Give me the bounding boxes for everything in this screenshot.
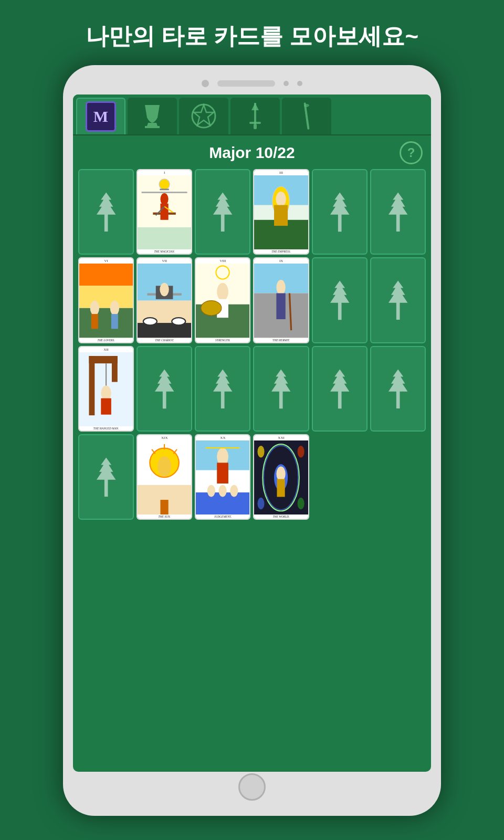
tab-major[interactable]: M xyxy=(76,98,125,134)
swords-icon xyxy=(247,102,263,130)
card-slot-11[interactable] xyxy=(370,257,426,343)
tab-wands[interactable] xyxy=(282,98,331,134)
card-slot-12[interactable]: XII THE HANGED MAN. xyxy=(78,346,134,432)
svg-rect-26 xyxy=(79,286,133,308)
pentacles-icon xyxy=(191,103,217,129)
card-slot-1[interactable]: I THE MAGICIAN. xyxy=(136,169,192,255)
home-button[interactable] xyxy=(238,773,266,801)
svg-point-28 xyxy=(90,301,99,316)
svg-rect-5 xyxy=(254,124,257,129)
svg-point-87 xyxy=(258,498,265,510)
svg-point-14 xyxy=(161,193,169,205)
svg-rect-15 xyxy=(161,204,169,220)
svg-point-44 xyxy=(217,283,229,301)
phone-frame: M xyxy=(63,65,441,816)
tab-cups[interactable] xyxy=(128,98,177,134)
svg-rect-23 xyxy=(275,205,288,226)
card-slot-10[interactable] xyxy=(312,257,368,343)
card-slot-6[interactable]: VI THE LOVERS. xyxy=(78,257,134,343)
card-slot-2[interactable] xyxy=(195,169,250,255)
section-header: Major 10/22 ? xyxy=(77,139,427,168)
phone-dot-1 xyxy=(284,81,289,86)
svg-point-10 xyxy=(159,179,170,190)
phone-screen: M xyxy=(73,94,431,772)
svg-rect-9 xyxy=(138,227,191,249)
major-icon: M xyxy=(86,101,116,132)
phone-bottom xyxy=(238,772,266,798)
svg-rect-59 xyxy=(101,398,111,414)
svg-rect-55 xyxy=(89,356,94,415)
svg-rect-27 xyxy=(79,308,133,338)
card-slot-15[interactable] xyxy=(253,346,309,432)
wands-icon xyxy=(302,101,311,131)
card-slot-21[interactable]: XXI THE WORLD. xyxy=(253,434,309,520)
svg-point-86 xyxy=(298,446,304,458)
svg-rect-57 xyxy=(112,356,118,382)
svg-point-85 xyxy=(258,446,265,458)
phone-dot-2 xyxy=(297,81,302,86)
card-slot-20[interactable]: XX JUDGEMENT. xyxy=(195,434,250,520)
page-container: 나만의 타로 카드를 모아보세요~ M xyxy=(0,0,504,840)
svg-rect-29 xyxy=(91,314,98,329)
card-slot-8[interactable]: VIII STRENGTH. xyxy=(195,257,250,343)
svg-point-77 xyxy=(219,485,227,497)
card-slot-16[interactable] xyxy=(312,346,368,432)
svg-marker-3 xyxy=(251,103,259,110)
svg-rect-13 xyxy=(142,192,187,193)
svg-point-50 xyxy=(277,280,286,295)
card-slot-3[interactable]: III THE EMPRESS. xyxy=(253,169,309,255)
svg-point-38 xyxy=(160,283,169,296)
svg-rect-84 xyxy=(277,479,285,497)
svg-point-76 xyxy=(207,485,215,497)
phone-camera xyxy=(202,80,209,87)
svg-point-78 xyxy=(230,485,238,497)
card-slot-7[interactable]: VII THE CHARIOT. xyxy=(136,257,192,343)
svg-rect-25 xyxy=(79,264,133,286)
card-slot-18[interactable] xyxy=(78,434,134,520)
svg-point-22 xyxy=(276,192,287,206)
help-button[interactable]: ? xyxy=(400,141,423,164)
tab-pentacles[interactable] xyxy=(179,98,228,134)
card-slot-14[interactable] xyxy=(195,346,250,432)
card-slot-17[interactable] xyxy=(370,346,426,432)
card-slot-4[interactable] xyxy=(312,169,368,255)
card-slot-19[interactable]: XIX THE SUN. xyxy=(136,434,192,520)
svg-marker-1 xyxy=(194,105,214,125)
tab-bar: M xyxy=(73,94,431,135)
page-title: 나만의 타로 카드를 모아보세요~ xyxy=(75,0,429,65)
phone-speaker xyxy=(217,80,275,87)
content-area: Major 10/22 ? I xyxy=(73,135,431,772)
svg-point-46 xyxy=(201,301,222,316)
section-title: Major 10/22 xyxy=(209,144,295,162)
svg-rect-69 xyxy=(161,500,169,514)
svg-point-0 xyxy=(192,104,215,128)
svg-point-88 xyxy=(298,498,304,510)
svg-rect-74 xyxy=(217,463,229,484)
card-slot-0[interactable] xyxy=(78,169,134,255)
phone-top-bar xyxy=(72,75,432,94)
card-slot-13[interactable] xyxy=(136,346,192,432)
card-slot-5[interactable] xyxy=(370,169,426,255)
svg-point-64 xyxy=(158,456,171,477)
svg-point-30 xyxy=(110,301,119,316)
card-slot-9[interactable]: IX THE HERMIT. xyxy=(253,257,309,343)
svg-rect-4 xyxy=(249,122,261,124)
svg-point-39 xyxy=(143,318,157,325)
card-grid: I THE MAGICIAN. III xyxy=(77,168,427,521)
svg-point-83 xyxy=(277,466,286,481)
cups-icon xyxy=(141,103,164,129)
svg-rect-11 xyxy=(160,188,169,190)
tab-swords[interactable] xyxy=(230,98,280,134)
svg-point-40 xyxy=(172,318,185,325)
svg-rect-35 xyxy=(138,323,191,338)
svg-rect-51 xyxy=(277,293,286,319)
svg-rect-31 xyxy=(111,314,118,329)
